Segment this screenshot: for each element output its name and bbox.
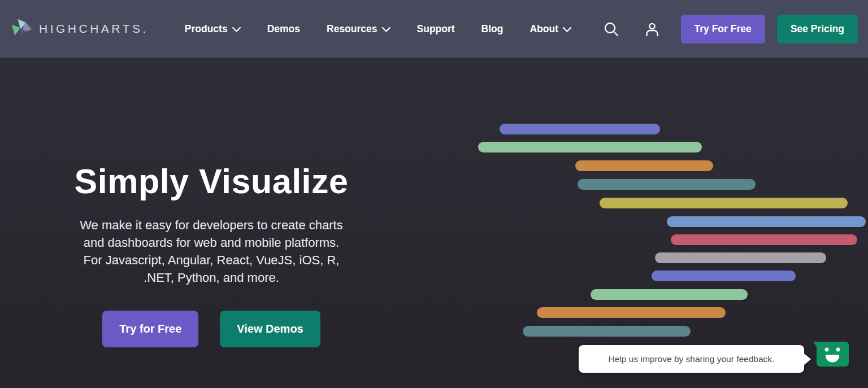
nav-item-support[interactable]: Support — [417, 23, 455, 35]
nav-item-blog[interactable]: Blog — [481, 23, 504, 35]
nav-see-pricing-button[interactable]: See Pricing — [777, 15, 858, 43]
page-title: Simply Visualize — [44, 163, 379, 200]
nav-try-for-free-button[interactable]: Try For Free — [681, 15, 765, 43]
hero-content: Simply Visualize We make it easy for dev… — [44, 58, 379, 347]
decorative-bar — [537, 307, 726, 318]
decorative-bar — [478, 142, 702, 152]
hero-try-for-free-button[interactable]: Try for Free — [102, 311, 198, 347]
feedback-message: Help us improve by sharing your feedback… — [609, 354, 775, 364]
search-button[interactable] — [604, 21, 619, 37]
main-nav: Products Demos Resources Support Blog Ab… — [185, 23, 571, 35]
nav-item-resources[interactable]: Resources — [327, 23, 390, 35]
account-button[interactable] — [645, 21, 659, 37]
brand-logo[interactable]: HIGHCHARTS. — [10, 17, 149, 41]
decorative-bar — [667, 216, 866, 227]
nav-item-demos[interactable]: Demos — [267, 23, 300, 35]
brand-wordmark: HIGHCHARTS. — [39, 22, 149, 36]
decorative-bar — [591, 289, 748, 300]
hero-description: We make it easy for developers to create… — [44, 216, 379, 286]
decorative-bar — [578, 179, 756, 190]
hero-description-line: We make it easy for developers to create… — [44, 216, 379, 234]
hero-view-demos-button[interactable]: View Demos — [220, 311, 320, 347]
chevron-down-icon — [382, 27, 390, 32]
feedback-tooltip: Help us improve by sharing your feedback… — [579, 345, 804, 373]
chevron-down-icon — [232, 27, 241, 32]
decorative-bar — [500, 124, 660, 134]
decorative-bar — [655, 252, 826, 263]
decorative-bar — [671, 234, 857, 245]
user-icon — [645, 21, 659, 37]
decorative-bar — [523, 326, 691, 337]
decorative-bar — [652, 271, 796, 281]
highcharts-logo-icon — [10, 17, 33, 41]
hero-description-line: and dashboards for web and mobile platfo… — [44, 234, 379, 251]
hero-description-line: For Javascript, Angular, React, VueJS, i… — [44, 251, 379, 269]
smiley-chat-icon — [813, 340, 849, 368]
navbar-right: Try For Free See Pricing — [604, 15, 858, 43]
hero-description-line: .NET, Python, and more. — [44, 269, 379, 286]
search-icon — [604, 21, 619, 37]
decorative-bar — [575, 160, 713, 171]
feedback-chat-button[interactable] — [813, 340, 849, 368]
decorative-bar — [600, 198, 848, 208]
hero-section: Simply Visualize We make it easy for dev… — [0, 58, 868, 388]
top-navbar: HIGHCHARTS. Products Demos Resources Sup… — [0, 0, 868, 58]
nav-item-about[interactable]: About — [530, 23, 571, 35]
hero-actions: Try for Free View Demos — [44, 311, 379, 347]
chevron-down-icon — [563, 27, 571, 32]
nav-item-products[interactable]: Products — [185, 23, 241, 35]
